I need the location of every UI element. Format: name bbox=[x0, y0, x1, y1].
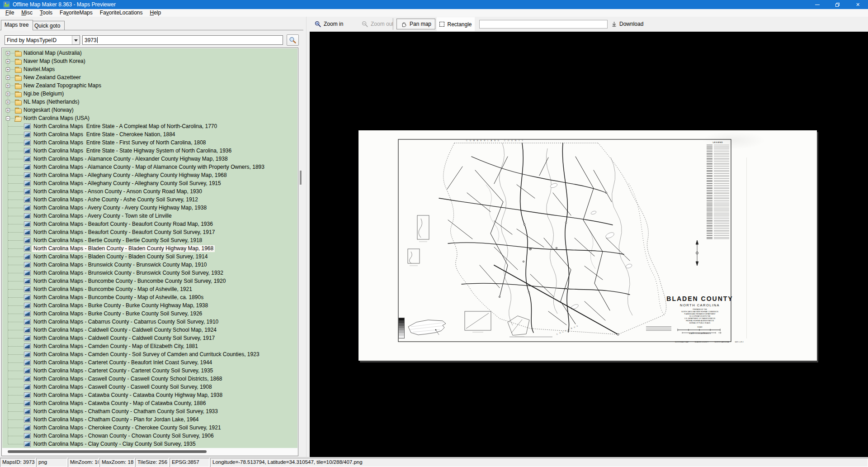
close-button[interactable]: ✕ bbox=[848, 0, 868, 9]
tree-map-item[interactable]: North Carolina Maps Entire State - A Com… bbox=[2, 123, 297, 131]
pan-map-button[interactable]: Pan map bbox=[396, 19, 435, 29]
map-legend: LEGEND bbox=[706, 141, 730, 240]
tree-map-item[interactable]: North Carolina Maps - Ashe County - Ashe… bbox=[2, 196, 297, 204]
tree-map-item[interactable]: North Carolina Maps Entire State - First… bbox=[2, 139, 297, 147]
tree-folder[interactable]: +Norgeskart (Norway) bbox=[2, 106, 297, 114]
tree-map-item[interactable]: North Carolina Maps - Brunswick County -… bbox=[2, 269, 297, 277]
tree-map-item[interactable]: North Carolina Maps - Caldwell County - … bbox=[2, 326, 297, 334]
folder-icon bbox=[15, 91, 22, 97]
restore-button[interactable] bbox=[827, 0, 848, 9]
menu-tools[interactable]: Tools bbox=[36, 9, 56, 17]
tree-folder[interactable]: +Ngi.be (Belgium) bbox=[2, 90, 297, 98]
tree-folder[interactable]: +New Zealand Topographic Maps bbox=[2, 82, 297, 90]
search-input[interactable]: 3973 bbox=[82, 35, 283, 45]
expand-icon[interactable]: + bbox=[6, 92, 10, 96]
tree-map-item[interactable]: North Carolina Maps Entire State - Chero… bbox=[2, 131, 297, 139]
horizontal-scroll-thumb[interactable] bbox=[8, 450, 207, 453]
title-bar[interactable]: Offline Map Maker 8.363 - Maps Previewer… bbox=[0, 0, 868, 9]
search-value: 3973 bbox=[85, 37, 97, 43]
tree-connector bbox=[8, 338, 24, 338]
tree-map-item[interactable]: North Carolina Maps - Alleghany County -… bbox=[2, 180, 297, 188]
tree-map-item[interactable]: North Carolina Maps - Brunswick County -… bbox=[2, 261, 297, 269]
tab-quick-goto[interactable]: Quick goto bbox=[31, 21, 65, 30]
tree-folder[interactable]: +NL Maps (Netherlands) bbox=[2, 98, 297, 106]
menu-file[interactable]: File bbox=[2, 9, 18, 17]
menu-favoritemaps[interactable]: FavoriteMaps bbox=[56, 9, 96, 17]
tree-folder[interactable]: +Navitel.Maps bbox=[2, 66, 297, 74]
tree-map-item[interactable]: North Carolina Maps - Anson County - Ans… bbox=[2, 188, 297, 196]
tree-map-item[interactable]: North Carolina Maps - Bertie County - Be… bbox=[2, 237, 297, 245]
tree-item-label: North Carolina Maps Entire State - Chero… bbox=[32, 131, 177, 138]
tree-horizontal-scrollbar[interactable] bbox=[2, 448, 297, 455]
expand-icon[interactable]: + bbox=[6, 67, 10, 71]
tree-map-item[interactable]: North Carolina Maps - Camden County - So… bbox=[2, 351, 297, 359]
tree-map-item[interactable]: North Carolina Maps - Clay County - Clay… bbox=[2, 440, 297, 448]
tree-map-item[interactable]: North Carolina Maps - Caswell County - C… bbox=[2, 375, 297, 383]
tree-map-item[interactable]: North Carolina Maps - Buncombe County - … bbox=[2, 294, 297, 302]
chevron-down-icon[interactable] bbox=[72, 36, 80, 44]
tree-map-item[interactable]: North Carolina Maps - Caswell County - C… bbox=[2, 383, 297, 391]
tree-folder[interactable]: +National Map (Australia) bbox=[2, 49, 297, 57]
toolbar-input[interactable] bbox=[479, 20, 608, 29]
tree-map-item[interactable]: North Carolina Maps - Buncombe County - … bbox=[2, 286, 297, 294]
tree-map-item[interactable]: North Carolina Maps - Carteret County - … bbox=[2, 359, 297, 367]
tree-map-item[interactable]: North Carolina Maps - Chatham County - P… bbox=[2, 416, 297, 424]
tree-map-item[interactable]: North Carolina Maps - Chatham County - C… bbox=[2, 408, 297, 416]
menu-favoritelocations[interactable]: FavoriteLocations bbox=[96, 9, 146, 17]
rectangle-label: Rectangle bbox=[447, 21, 472, 28]
expand-icon[interactable]: + bbox=[6, 108, 10, 112]
tree-map-item[interactable]: North Carolina Maps - Camden County - Ma… bbox=[2, 343, 297, 351]
menu-help[interactable]: Help bbox=[146, 9, 165, 17]
tree-map-item[interactable]: North Carolina Maps - Cherokee County - … bbox=[2, 424, 297, 432]
rectangle-button[interactable]: Rectangle bbox=[437, 17, 475, 31]
find-mode-select[interactable]: Find by MapsTypeID bbox=[5, 35, 80, 45]
tree-connector bbox=[8, 273, 24, 273]
expand-icon[interactable]: + bbox=[6, 100, 10, 104]
tree-folder[interactable]: +Naver Map (South Korea) bbox=[2, 57, 297, 66]
tree-map-item[interactable]: North Carolina Maps - Carteret County - … bbox=[2, 367, 297, 375]
folder-icon bbox=[15, 100, 22, 105]
tree-map-item[interactable]: North Carolina Maps - Catawba County - M… bbox=[2, 400, 297, 408]
maps-tree: +National Map (Australia)+Naver Map (Sou… bbox=[2, 48, 297, 448]
tree-map-item[interactable]: North Carolina Maps - Beaufort County - … bbox=[2, 229, 297, 237]
tree-map-item[interactable]: North Carolina Maps - Bladen County - Bl… bbox=[2, 253, 297, 261]
menu-misc[interactable]: Misc bbox=[18, 9, 36, 17]
expand-icon[interactable]: + bbox=[6, 59, 10, 63]
expand-icon[interactable]: + bbox=[6, 51, 10, 55]
tree-map-item[interactable]: North Carolina Maps - Catawba County - C… bbox=[2, 391, 297, 400]
tree-map-item[interactable]: North Carolina Maps - Burke County - Bur… bbox=[2, 310, 297, 318]
folder-icon bbox=[15, 75, 22, 81]
tree-map-item[interactable]: North Carolina Maps - Avery County - Tow… bbox=[2, 212, 297, 220]
tree-map-item[interactable]: North Carolina Maps - Alleghany County -… bbox=[2, 172, 297, 180]
tree-item-label: North Carolina Maps - Alamance County - … bbox=[32, 164, 266, 171]
tree-connector bbox=[8, 428, 24, 428]
tree-map-item[interactable]: North Carolina Maps - Beaufort County - … bbox=[2, 220, 297, 229]
tree-map-item[interactable]: North Carolina Maps - Caldwell County - … bbox=[2, 334, 297, 343]
zoom-out-button[interactable]: Zoom out bbox=[362, 19, 394, 29]
tree-map-item[interactable]: North Carolina Maps - Buncombe County - … bbox=[2, 277, 297, 286]
search-button[interactable] bbox=[287, 34, 299, 46]
download-button[interactable]: Download bbox=[611, 19, 643, 29]
collapse-icon[interactable]: − bbox=[6, 116, 10, 120]
vertical-scroll-thumb[interactable] bbox=[300, 171, 302, 185]
tree-map-item[interactable]: North Carolina Maps - Avery County - Ave… bbox=[2, 204, 297, 212]
zoom-in-button[interactable]: Zoom in bbox=[315, 19, 343, 29]
tree-map-item[interactable]: North Carolina Maps - Burke County - Bur… bbox=[2, 302, 297, 310]
map-icon bbox=[24, 221, 31, 227]
maps-tree-box: +National Map (Australia)+Naver Map (Sou… bbox=[1, 48, 298, 456]
minimize-button[interactable] bbox=[807, 0, 827, 9]
tree-map-item[interactable]: North Carolina Maps - Bladen County - Bl… bbox=[2, 245, 297, 253]
tree-map-item[interactable]: North Carolina Maps - Cabarrus County - … bbox=[2, 318, 297, 326]
tree-map-item[interactable]: North Carolina Maps - Alamance County - … bbox=[2, 155, 297, 163]
tree-map-item[interactable]: North Carolina Maps - Alamance County - … bbox=[2, 163, 297, 172]
tree-folder[interactable]: −North Carolina Maps (USA) bbox=[2, 114, 297, 123]
expand-icon[interactable]: + bbox=[6, 76, 10, 80]
tree-folder[interactable]: +New Zealand Gazetteer bbox=[2, 74, 297, 82]
map-icon bbox=[24, 376, 31, 382]
tree-item-label: North Carolina Maps - Burke County - Bur… bbox=[32, 310, 203, 317]
expand-icon[interactable]: + bbox=[6, 84, 10, 88]
tab-maps-tree[interactable]: Maps tree bbox=[1, 20, 33, 30]
map-canvas[interactable]: CUMBERLAND COUNTY COLUMBUS LEGEND BLADEN… bbox=[310, 32, 868, 457]
tree-map-item[interactable]: North Carolina Maps - Chowan County - Ch… bbox=[2, 432, 297, 440]
tree-map-item[interactable]: North Carolina Maps Entire State - State… bbox=[2, 147, 297, 155]
